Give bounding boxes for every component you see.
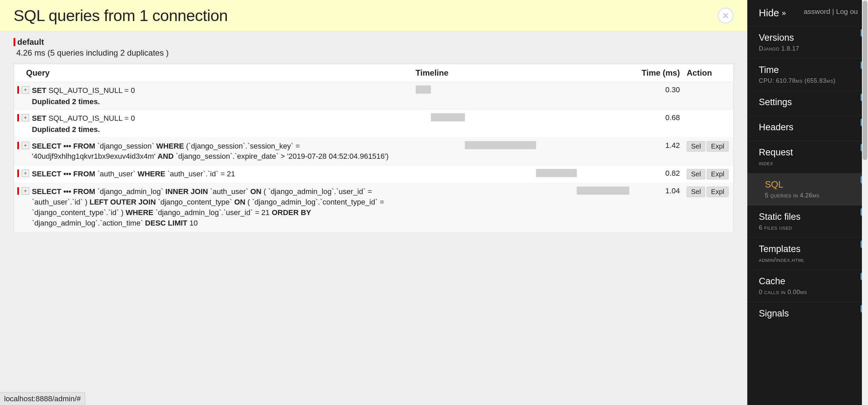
connection-summary: 4.26 ms (5 queries including 2 duplicate… [16,48,734,58]
close-button[interactable] [717,7,734,24]
sql-queries-table: Query Timeline Time (ms) Action +SET SQL… [14,64,734,232]
query-sql: SET SQL_AUTO_IS_NULL = 0 [32,113,135,124]
panel-title: Settings [759,97,856,108]
panel-title: Cache [759,276,856,287]
background-link-text: assword | Log ou [804,7,858,16]
panel-subtitle: index [759,160,856,167]
toolbar-panel-versions[interactable]: VersionsDjango 1.8.17 [747,26,868,58]
close-icon [722,12,729,19]
query-color-bar [17,187,19,195]
expand-button[interactable]: + [22,86,29,94]
toolbar-panel-cache[interactable]: Cache0 calls in 0.00ms [747,270,868,302]
table-row: +SELECT ••• FROM `auth_user` WHERE `auth… [14,166,734,183]
panel-subtitle: 6 files used [759,224,856,231]
connection-name: default [17,37,44,47]
query-sql: SET SQL_AUTO_IS_NULL = 0 [32,85,135,96]
table-row: +SELECT ••• FROM `django_session` WHERE … [14,137,734,166]
connection-color-bar [14,38,15,46]
panel-title: Templates [759,244,856,254]
panel-subtitle: 0 calls in 0.00ms [759,289,856,296]
query-color-bar [17,142,19,149]
explain-button[interactable]: Expl [707,169,729,179]
timeline-bar [465,141,536,149]
toolbar-panel-settings[interactable]: Settings [747,91,868,116]
panel-title: Versions [759,33,856,43]
toolbar-panel-request[interactable]: Requestindex [747,141,868,173]
timeline-cell [416,187,629,195]
table-row: +SELECT ••• FROM `django_admin_log` INNE… [14,183,734,232]
query-time: 1.04 [633,183,684,232]
query-time: 0.82 [633,166,684,183]
timeline-bar [416,85,431,94]
connection-header: default [14,37,734,47]
query-color-bar [17,114,19,121]
query-time: 1.42 [633,137,684,166]
table-row: +SET SQL_AUTO_IS_NULL = 0Duplicated 2 ti… [14,82,734,110]
expand-button[interactable]: + [22,170,29,177]
status-bar: localhost:8888/admin/# [0,392,85,405]
panel-subtitle: Django 1.8.17 [759,45,856,52]
scrollbar-track[interactable] [862,0,868,405]
query-sql: SELECT ••• FROM `auth_user` WHERE `auth_… [32,169,235,179]
panel-title: Static files [759,212,856,222]
hide-toolbar-button[interactable]: Hide » [747,0,797,26]
panel-title: Headers [759,122,856,133]
panel-title: SQL [759,179,856,190]
toolbar-panel-static-files[interactable]: Static files6 files used [747,205,868,237]
timeline-bar [431,113,465,121]
toolbar-panel-sql[interactable]: SQL5 queries in 4.26ms [747,173,868,205]
duplicate-note: Duplicated 2 times. [32,125,135,134]
scrollbar-thumb[interactable] [863,1,867,160]
table-row: +SET SQL_AUTO_IS_NULL = 0Duplicated 2 ti… [14,110,734,137]
toolbar-panel-headers[interactable]: Headers [747,116,868,141]
query-color-bar [17,86,19,94]
query-sql: SELECT ••• FROM `django_admin_log` INNER… [32,187,395,228]
panel-subtitle: admin/index.html [759,256,856,264]
explain-button[interactable]: Expl [707,187,729,197]
toolbar-panel-signals[interactable]: Signals [747,302,868,327]
panel-subtitle: 5 queries in 4.26ms [759,192,856,199]
select-button[interactable]: Sel [687,141,705,152]
expand-button[interactable]: + [22,142,29,149]
col-timeline: Timeline [412,64,633,82]
panel-subtitle: CPU: 610.78ms (655.83ms) [759,77,856,84]
explain-button[interactable]: Expl [707,141,729,152]
col-action: Action [683,64,733,82]
expand-button[interactable]: + [22,187,29,195]
query-sql: SELECT ••• FROM `django_session` WHERE (… [32,141,395,162]
timeline-bar [536,169,577,177]
panel-title: SQL queries from 1 connection [14,6,228,25]
timeline-cell [416,113,629,122]
timeline-cell [416,141,629,150]
panel-title: Time [759,65,856,75]
sql-panel-banner: SQL queries from 1 connection [0,0,747,31]
col-time: Time (ms) [633,64,684,82]
query-time: 0.30 [633,82,684,110]
query-color-bar [17,170,19,177]
duplicate-note: Duplicated 2 times. [32,97,135,106]
panel-title: Signals [759,308,856,319]
select-button[interactable]: Sel [687,169,705,179]
toolbar-panel-time[interactable]: TimeCPU: 610.78ms (655.83ms) [747,58,868,91]
query-time: 0.68 [633,110,684,137]
timeline-bar [577,187,629,195]
toolbar-panel-templates[interactable]: Templatesadmin/index.html [747,237,868,270]
hide-label: Hide [759,7,779,19]
panel-title: Request [759,147,856,158]
expand-button[interactable]: + [22,114,29,121]
col-query: Query [14,64,412,82]
select-button[interactable]: Sel [687,187,705,197]
timeline-cell [416,169,629,178]
chevron-right-icon: » [782,9,786,18]
debug-toolbar-sidebar: assword | Log ou Hide » VersionsDjango 1… [747,0,868,405]
timeline-cell [416,85,629,94]
